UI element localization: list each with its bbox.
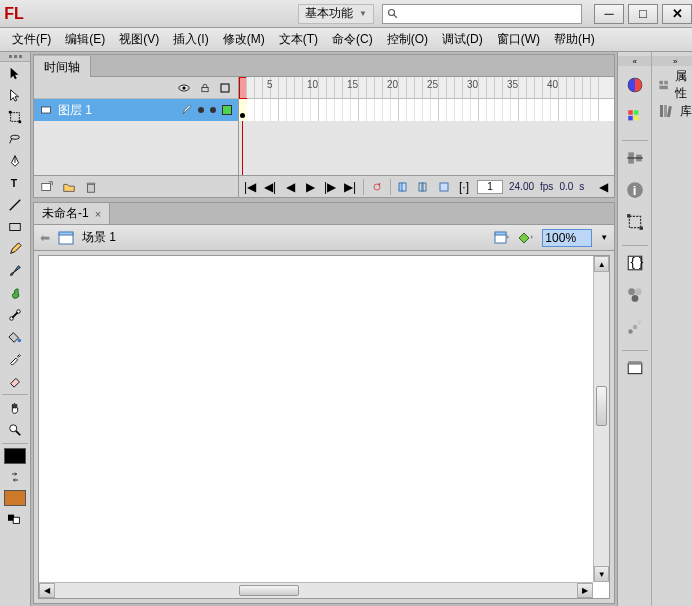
play-button[interactable]: ▶ [303, 180, 317, 194]
bone-tool[interactable] [0, 304, 30, 326]
search-input[interactable] [382, 4, 582, 24]
eye-icon[interactable] [178, 82, 190, 94]
brush-tool[interactable] [0, 260, 30, 282]
dock-collapse-left[interactable]: « [618, 56, 651, 66]
lasso-tool[interactable] [0, 128, 30, 150]
tab-timeline[interactable]: 时间轴 [34, 56, 91, 77]
goto-last-button[interactable]: ▶| [343, 180, 357, 194]
edit-symbol-button[interactable] [518, 231, 534, 245]
transform-panel-icon[interactable] [622, 209, 648, 235]
scrollbar-vertical[interactable]: ▲ ▼ [593, 256, 609, 582]
components-panel-icon[interactable] [622, 282, 648, 308]
eyedropper-tool[interactable] [0, 348, 30, 370]
properties-panel-button[interactable]: 属性 [652, 72, 692, 98]
frames-row[interactable] [239, 99, 614, 121]
scroll-left-button[interactable]: ◀ [39, 583, 55, 598]
zoom-dropdown-button[interactable]: ▼ [600, 233, 608, 242]
zoom-tool[interactable] [0, 419, 30, 441]
menubar: 文件(F) 编辑(E) 视图(V) 插入(I) 修改(M) 文本(T) 命令(C… [0, 28, 692, 52]
panel-grip[interactable] [0, 52, 30, 62]
info-panel-icon[interactable]: i [622, 177, 648, 203]
edit-scene-button[interactable] [494, 231, 510, 245]
swap-colors-icon[interactable] [0, 466, 30, 488]
color-panel-icon[interactable] [622, 72, 648, 98]
scroll-right-button[interactable]: ▶ [577, 583, 593, 598]
loop-button[interactable] [370, 180, 384, 194]
scrollbar-horizontal[interactable]: ◀ ▶ [39, 582, 593, 598]
menu-file[interactable]: 文件(F) [6, 29, 57, 50]
maximize-button[interactable]: □ [628, 4, 658, 24]
svg-text:{ }: { } [630, 254, 643, 269]
new-layer-button[interactable] [40, 180, 54, 194]
menu-insert[interactable]: 插入(I) [167, 29, 214, 50]
workspace-label: 基本功能 [305, 5, 353, 22]
document-tab[interactable]: 未命名-1 × [34, 203, 110, 224]
deco-tool[interactable] [0, 282, 30, 304]
library-panel-button[interactable]: 库 [652, 98, 692, 124]
menu-window[interactable]: 窗口(W) [491, 29, 546, 50]
layer-row[interactable]: 图层 1 [34, 99, 238, 121]
selection-tool[interactable] [0, 62, 30, 84]
timeline-menu-button[interactable]: ◀ [596, 180, 610, 194]
fill-color-swatch[interactable] [4, 490, 26, 506]
delete-layer-button[interactable] [84, 180, 98, 194]
step-forward-button[interactable]: |▶ [323, 180, 337, 194]
scroll-down-button[interactable]: ▼ [594, 566, 609, 582]
timeline-ruler[interactable]: 1510152025303540 [239, 77, 614, 99]
menu-view[interactable]: 视图(V) [113, 29, 165, 50]
scroll-up-button[interactable]: ▲ [594, 256, 609, 272]
dock-collapse-right[interactable]: » [652, 56, 692, 66]
scroll-thumb-h[interactable] [239, 585, 299, 596]
goto-first-button[interactable]: |◀ [243, 180, 257, 194]
hand-tool[interactable] [0, 397, 30, 419]
eraser-tool[interactable] [0, 370, 30, 392]
current-frame-field[interactable] [477, 180, 503, 194]
outline-square[interactable] [222, 105, 232, 115]
rectangle-tool[interactable] [0, 216, 30, 238]
text-tool[interactable]: T [0, 172, 30, 194]
align-panel-icon[interactable] [622, 145, 648, 171]
workspace-switcher[interactable]: 基本功能 ▼ [298, 4, 374, 24]
visibility-dot[interactable] [198, 107, 204, 113]
menu-modify[interactable]: 修改(M) [217, 29, 271, 50]
menu-edit[interactable]: 编辑(E) [59, 29, 111, 50]
black-white-icon[interactable] [0, 508, 30, 530]
menu-commands[interactable]: 命令(C) [326, 29, 379, 50]
subselection-tool[interactable] [0, 84, 30, 106]
swatches-panel-icon[interactable] [622, 104, 648, 130]
stroke-color-swatch[interactable] [4, 448, 26, 464]
outline-icon[interactable] [220, 83, 230, 93]
edit-multiple-button[interactable] [437, 180, 451, 194]
scroll-thumb-v[interactable] [596, 386, 607, 426]
onion-outline-button[interactable] [417, 180, 431, 194]
close-button[interactable]: ✕ [662, 4, 692, 24]
stage[interactable]: ▲ ▼ ◀ ▶ [38, 255, 610, 599]
menu-debug[interactable]: 调试(D) [436, 29, 489, 50]
lock-icon[interactable] [200, 82, 210, 94]
menu-text[interactable]: 文本(T) [273, 29, 324, 50]
free-transform-tool[interactable] [0, 106, 30, 128]
menu-control[interactable]: 控制(O) [381, 29, 434, 50]
keyframe[interactable] [239, 99, 247, 121]
play-back-button[interactable]: ◀ [283, 180, 297, 194]
new-folder-button[interactable] [62, 180, 76, 194]
svg-rect-54 [628, 364, 642, 374]
pen-tool[interactable] [0, 150, 30, 172]
motion-presets-icon[interactable] [622, 314, 648, 340]
code-snippets-icon[interactable]: { } [622, 250, 648, 276]
menu-help[interactable]: 帮助(H) [548, 29, 601, 50]
project-panel-icon[interactable] [622, 355, 648, 381]
close-icon[interactable]: × [95, 208, 101, 220]
svg-point-48 [628, 288, 635, 295]
lock-dot[interactable] [210, 107, 216, 113]
zoom-field[interactable] [542, 229, 592, 247]
svg-rect-36 [628, 116, 633, 121]
step-back-button[interactable]: ◀| [263, 180, 277, 194]
onion-markers-button[interactable]: [·] [457, 180, 471, 194]
onion-skin-button[interactable] [397, 180, 411, 194]
line-tool[interactable] [0, 194, 30, 216]
paint-bucket-tool[interactable] [0, 326, 30, 348]
back-button[interactable]: ⬅ [40, 231, 50, 245]
pencil-tool[interactable] [0, 238, 30, 260]
minimize-button[interactable]: ─ [594, 4, 624, 24]
